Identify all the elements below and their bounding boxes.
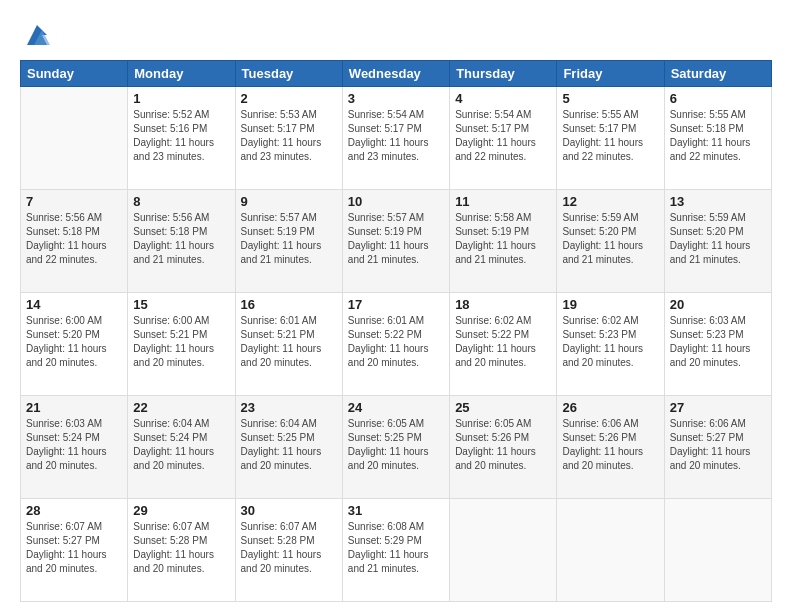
calendar-cell: 28Sunrise: 6:07 AM Sunset: 5:27 PM Dayli…: [21, 499, 128, 602]
calendar-week-row: 21Sunrise: 6:03 AM Sunset: 5:24 PM Dayli…: [21, 396, 772, 499]
day-number: 5: [562, 91, 658, 106]
day-number: 31: [348, 503, 444, 518]
day-number: 4: [455, 91, 551, 106]
calendar-cell: 2Sunrise: 5:53 AM Sunset: 5:17 PM Daylig…: [235, 87, 342, 190]
day-number: 2: [241, 91, 337, 106]
day-number: 14: [26, 297, 122, 312]
calendar-cell: 9Sunrise: 5:57 AM Sunset: 5:19 PM Daylig…: [235, 190, 342, 293]
day-number: 8: [133, 194, 229, 209]
calendar-cell: 24Sunrise: 6:05 AM Sunset: 5:25 PM Dayli…: [342, 396, 449, 499]
calendar-cell: 21Sunrise: 6:03 AM Sunset: 5:24 PM Dayli…: [21, 396, 128, 499]
calendar-day-header: Saturday: [664, 61, 771, 87]
day-number: 11: [455, 194, 551, 209]
calendar-cell: 1Sunrise: 5:52 AM Sunset: 5:16 PM Daylig…: [128, 87, 235, 190]
day-number: 21: [26, 400, 122, 415]
day-info: Sunrise: 6:00 AM Sunset: 5:21 PM Dayligh…: [133, 314, 229, 370]
day-info: Sunrise: 6:03 AM Sunset: 5:23 PM Dayligh…: [670, 314, 766, 370]
calendar-cell: 31Sunrise: 6:08 AM Sunset: 5:29 PM Dayli…: [342, 499, 449, 602]
day-info: Sunrise: 6:00 AM Sunset: 5:20 PM Dayligh…: [26, 314, 122, 370]
calendar-cell: 22Sunrise: 6:04 AM Sunset: 5:24 PM Dayli…: [128, 396, 235, 499]
calendar-cell: 27Sunrise: 6:06 AM Sunset: 5:27 PM Dayli…: [664, 396, 771, 499]
calendar-cell: [664, 499, 771, 602]
day-number: 16: [241, 297, 337, 312]
day-info: Sunrise: 5:55 AM Sunset: 5:18 PM Dayligh…: [670, 108, 766, 164]
calendar-cell: 12Sunrise: 5:59 AM Sunset: 5:20 PM Dayli…: [557, 190, 664, 293]
day-info: Sunrise: 5:57 AM Sunset: 5:19 PM Dayligh…: [241, 211, 337, 267]
calendar-cell: 30Sunrise: 6:07 AM Sunset: 5:28 PM Dayli…: [235, 499, 342, 602]
calendar-day-header: Friday: [557, 61, 664, 87]
day-info: Sunrise: 6:05 AM Sunset: 5:25 PM Dayligh…: [348, 417, 444, 473]
day-number: 26: [562, 400, 658, 415]
day-number: 27: [670, 400, 766, 415]
day-info: Sunrise: 6:01 AM Sunset: 5:21 PM Dayligh…: [241, 314, 337, 370]
calendar-day-header: Monday: [128, 61, 235, 87]
logo-icon: [22, 20, 52, 50]
calendar-cell: 16Sunrise: 6:01 AM Sunset: 5:21 PM Dayli…: [235, 293, 342, 396]
calendar-cell: 29Sunrise: 6:07 AM Sunset: 5:28 PM Dayli…: [128, 499, 235, 602]
calendar-cell: 26Sunrise: 6:06 AM Sunset: 5:26 PM Dayli…: [557, 396, 664, 499]
calendar-cell: 11Sunrise: 5:58 AM Sunset: 5:19 PM Dayli…: [450, 190, 557, 293]
day-number: 9: [241, 194, 337, 209]
day-number: 28: [26, 503, 122, 518]
calendar-week-row: 7Sunrise: 5:56 AM Sunset: 5:18 PM Daylig…: [21, 190, 772, 293]
calendar-day-header: Tuesday: [235, 61, 342, 87]
day-number: 18: [455, 297, 551, 312]
day-info: Sunrise: 5:58 AM Sunset: 5:19 PM Dayligh…: [455, 211, 551, 267]
day-info: Sunrise: 6:07 AM Sunset: 5:27 PM Dayligh…: [26, 520, 122, 576]
day-number: 17: [348, 297, 444, 312]
day-number: 30: [241, 503, 337, 518]
calendar-day-header: Sunday: [21, 61, 128, 87]
calendar-cell: [450, 499, 557, 602]
day-info: Sunrise: 6:02 AM Sunset: 5:22 PM Dayligh…: [455, 314, 551, 370]
day-number: 12: [562, 194, 658, 209]
day-number: 10: [348, 194, 444, 209]
calendar-cell: 13Sunrise: 5:59 AM Sunset: 5:20 PM Dayli…: [664, 190, 771, 293]
calendar-cell: 3Sunrise: 5:54 AM Sunset: 5:17 PM Daylig…: [342, 87, 449, 190]
day-info: Sunrise: 5:52 AM Sunset: 5:16 PM Dayligh…: [133, 108, 229, 164]
day-info: Sunrise: 6:04 AM Sunset: 5:25 PM Dayligh…: [241, 417, 337, 473]
day-info: Sunrise: 6:03 AM Sunset: 5:24 PM Dayligh…: [26, 417, 122, 473]
calendar-cell: 14Sunrise: 6:00 AM Sunset: 5:20 PM Dayli…: [21, 293, 128, 396]
calendar-cell: [557, 499, 664, 602]
day-info: Sunrise: 6:04 AM Sunset: 5:24 PM Dayligh…: [133, 417, 229, 473]
day-info: Sunrise: 6:01 AM Sunset: 5:22 PM Dayligh…: [348, 314, 444, 370]
day-info: Sunrise: 6:06 AM Sunset: 5:27 PM Dayligh…: [670, 417, 766, 473]
calendar-week-row: 1Sunrise: 5:52 AM Sunset: 5:16 PM Daylig…: [21, 87, 772, 190]
day-info: Sunrise: 5:56 AM Sunset: 5:18 PM Dayligh…: [133, 211, 229, 267]
calendar-cell: 5Sunrise: 5:55 AM Sunset: 5:17 PM Daylig…: [557, 87, 664, 190]
header: [20, 20, 772, 50]
day-info: Sunrise: 6:06 AM Sunset: 5:26 PM Dayligh…: [562, 417, 658, 473]
calendar-week-row: 28Sunrise: 6:07 AM Sunset: 5:27 PM Dayli…: [21, 499, 772, 602]
day-number: 7: [26, 194, 122, 209]
calendar-cell: [21, 87, 128, 190]
day-info: Sunrise: 5:56 AM Sunset: 5:18 PM Dayligh…: [26, 211, 122, 267]
calendar-cell: 23Sunrise: 6:04 AM Sunset: 5:25 PM Dayli…: [235, 396, 342, 499]
day-number: 29: [133, 503, 229, 518]
day-number: 20: [670, 297, 766, 312]
calendar-cell: 6Sunrise: 5:55 AM Sunset: 5:18 PM Daylig…: [664, 87, 771, 190]
day-info: Sunrise: 6:08 AM Sunset: 5:29 PM Dayligh…: [348, 520, 444, 576]
calendar-table: SundayMondayTuesdayWednesdayThursdayFrid…: [20, 60, 772, 602]
day-info: Sunrise: 5:53 AM Sunset: 5:17 PM Dayligh…: [241, 108, 337, 164]
day-number: 24: [348, 400, 444, 415]
day-info: Sunrise: 5:55 AM Sunset: 5:17 PM Dayligh…: [562, 108, 658, 164]
calendar-cell: 19Sunrise: 6:02 AM Sunset: 5:23 PM Dayli…: [557, 293, 664, 396]
day-number: 22: [133, 400, 229, 415]
day-info: Sunrise: 5:57 AM Sunset: 5:19 PM Dayligh…: [348, 211, 444, 267]
calendar-cell: 10Sunrise: 5:57 AM Sunset: 5:19 PM Dayli…: [342, 190, 449, 293]
day-info: Sunrise: 6:07 AM Sunset: 5:28 PM Dayligh…: [133, 520, 229, 576]
day-number: 23: [241, 400, 337, 415]
day-info: Sunrise: 6:07 AM Sunset: 5:28 PM Dayligh…: [241, 520, 337, 576]
day-number: 25: [455, 400, 551, 415]
calendar-cell: 25Sunrise: 6:05 AM Sunset: 5:26 PM Dayli…: [450, 396, 557, 499]
calendar-cell: 4Sunrise: 5:54 AM Sunset: 5:17 PM Daylig…: [450, 87, 557, 190]
calendar-cell: 18Sunrise: 6:02 AM Sunset: 5:22 PM Dayli…: [450, 293, 557, 396]
calendar-day-header: Wednesday: [342, 61, 449, 87]
day-info: Sunrise: 6:05 AM Sunset: 5:26 PM Dayligh…: [455, 417, 551, 473]
day-number: 6: [670, 91, 766, 106]
day-number: 3: [348, 91, 444, 106]
calendar-cell: 17Sunrise: 6:01 AM Sunset: 5:22 PM Dayli…: [342, 293, 449, 396]
calendar-cell: 7Sunrise: 5:56 AM Sunset: 5:18 PM Daylig…: [21, 190, 128, 293]
day-number: 1: [133, 91, 229, 106]
page: SundayMondayTuesdayWednesdayThursdayFrid…: [0, 0, 792, 612]
